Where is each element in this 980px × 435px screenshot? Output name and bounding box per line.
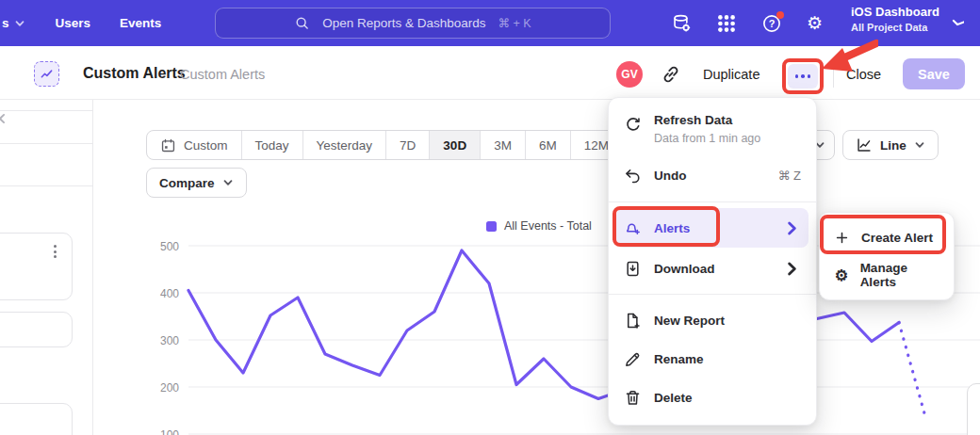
chevron-left-icon[interactable] [0, 112, 8, 125]
line-chart-icon [856, 137, 873, 153]
pencil-icon [624, 350, 642, 368]
svg-text:300: 300 [160, 334, 179, 347]
menu-item-label: Rename [654, 352, 704, 366]
menu-item-label: Undo [654, 169, 687, 183]
legend-swatch [486, 221, 497, 232]
chevron-right-icon [783, 219, 801, 237]
more-options-button[interactable] [788, 64, 818, 89]
menu-divider [609, 201, 816, 202]
project-selector[interactable]: iOS Dashboard All Project Data [851, 6, 939, 33]
date-range-3m[interactable]: 3M [480, 131, 525, 159]
chevron-right-icon [783, 260, 801, 278]
more-options-menu: Refresh Data Data from 1 min ago Undo ⌘ … [608, 97, 817, 426]
date-range-yesterday[interactable]: Yesterday [302, 131, 386, 159]
custom-report-icon [34, 61, 59, 87]
app-window: s Users Events Open Reports & Dashboards… [0, 0, 980, 435]
ellipsis-icon [795, 74, 799, 78]
bell-plus-icon [624, 219, 642, 237]
save-button[interactable]: Save [903, 58, 965, 89]
menu-item-label: Refresh Data [654, 113, 760, 127]
nav-item-fragment[interactable]: s [2, 16, 25, 30]
gear-icon: ⚙ [834, 267, 849, 283]
menu-item-download[interactable]: Download [609, 249, 816, 288]
legend-label: All Events - Total [504, 219, 592, 233]
submenu-item-create-alert[interactable]: Create Alert [820, 218, 954, 256]
calendar-icon [160, 137, 176, 153]
alerts-submenu: Create Alert ⚙ Manage Alerts [819, 212, 955, 300]
data-management-icon[interactable] [671, 13, 692, 34]
menu-item-alerts[interactable]: Alerts [616, 208, 808, 248]
sidebar-card[interactable] [0, 233, 73, 300]
close-button[interactable]: Close [846, 67, 881, 82]
svg-text:200: 200 [160, 381, 179, 395]
search-icon [294, 15, 310, 31]
menu-item-rename[interactable]: Rename [609, 340, 816, 378]
menu-item-label: Delete [654, 391, 693, 405]
date-range-today[interactable]: Today [241, 131, 302, 159]
nav-item-users[interactable]: Users [56, 16, 91, 30]
sidebar-divider [0, 185, 93, 186]
header-divider [833, 62, 834, 88]
menu-item-delete[interactable]: Delete [609, 378, 816, 417]
project-scope: All Project Data [851, 23, 939, 33]
chart-legend: All Events - Total [486, 219, 592, 233]
cropped-panel-fragment [967, 383, 980, 435]
nav-fragment-label: s [2, 16, 9, 30]
menu-item-label: New Report [654, 314, 725, 328]
menu-item-undo[interactable]: Undo ⌘ Z [609, 154, 816, 196]
submenu-item-label: Manage Alerts [860, 261, 939, 289]
nav-item-events[interactable]: Events [120, 16, 161, 30]
sidebar-card[interactable] [0, 312, 73, 347]
copy-link-icon[interactable] [661, 64, 681, 85]
download-icon [624, 260, 642, 278]
kebab-menu-icon[interactable] [54, 245, 57, 258]
svg-text:400: 400 [160, 287, 179, 300]
date-range-30d-selected[interactable]: 30D [429, 131, 480, 159]
sidebar-divider [0, 143, 93, 144]
settings-gear-icon[interactable]: ⚙ [807, 13, 823, 34]
date-range-segmented-control: Custom Today Yesterday 7D 30D 3M 6M 12M [146, 130, 623, 160]
menu-divider [609, 294, 816, 295]
sidebar-card[interactable] [0, 403, 73, 435]
report-header: Custom Alerts Custom Alerts GV Duplicate… [0, 46, 980, 100]
submenu-item-label: Create Alert [861, 231, 933, 245]
sidebar-divider [0, 110, 93, 111]
date-range-custom[interactable]: Custom [147, 131, 241, 159]
submenu-item-manage-alerts[interactable]: ⚙ Manage Alerts [820, 256, 954, 294]
left-sidebar [0, 100, 93, 435]
chart-type-dropdown[interactable]: Line [842, 130, 939, 160]
avatar[interactable]: GV [616, 61, 643, 88]
apps-grid-icon[interactable] [716, 13, 737, 34]
duplicate-button[interactable]: Duplicate [703, 67, 760, 82]
compare-dropdown[interactable]: Compare [146, 168, 247, 198]
menu-item-new-report[interactable]: New Report [609, 300, 816, 340]
search-shortcut: ⌘ + K [498, 16, 531, 30]
search-input[interactable]: Open Reports & Dashboards ⌘ + K [215, 8, 611, 39]
chevron-down-icon [914, 139, 925, 151]
svg-text:?: ? [769, 17, 776, 28]
top-nav-bar: s Users Events Open Reports & Dashboards… [0, 0, 980, 46]
plus-icon [834, 230, 850, 246]
refresh-icon [624, 116, 642, 134]
menu-item-refresh-data[interactable]: Refresh Data Data from 1 min ago [609, 105, 816, 154]
menu-item-label: Alerts [654, 221, 690, 235]
help-icon[interactable]: ? [761, 13, 782, 34]
svg-text:500: 500 [160, 240, 179, 253]
page-title: Custom Alerts [83, 65, 186, 82]
new-report-icon [624, 312, 642, 330]
undo-icon [624, 167, 642, 185]
chevron-down-icon [222, 177, 234, 188]
menu-item-label: Download [654, 262, 715, 276]
trash-icon [624, 389, 642, 407]
date-range-7d[interactable]: 7D [385, 131, 429, 159]
chevron-down-icon[interactable] [951, 16, 964, 29]
svg-text:100: 100 [160, 428, 179, 435]
date-range-6m[interactable]: 6M [525, 131, 570, 159]
menu-item-sublabel: Data from 1 min ago [654, 132, 760, 145]
chevron-down-icon [14, 18, 25, 29]
search-placeholder: Open Reports & Dashboards [322, 16, 485, 30]
breadcrumb: Custom Alerts [180, 67, 265, 82]
project-name: iOS Dashboard [851, 6, 939, 18]
keyboard-shortcut: ⌘ Z [777, 169, 801, 183]
topbar-action-icons: ? ⚙ [671, 0, 823, 46]
